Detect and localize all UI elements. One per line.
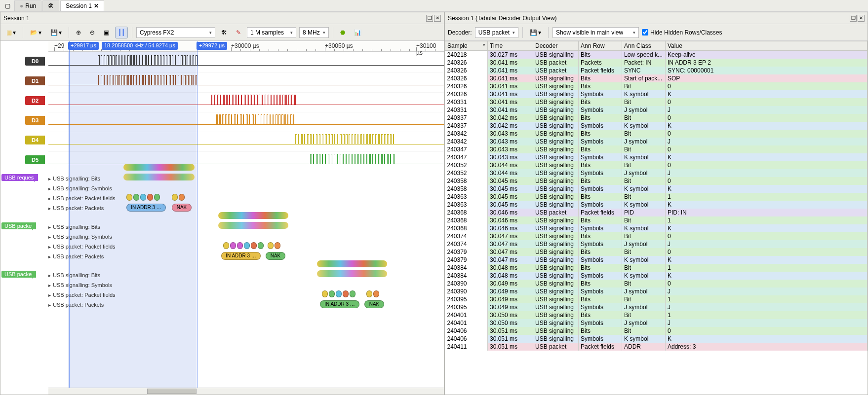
table-row[interactable]: 24037930.047 msUSB signallingBitsBit0 <box>445 248 868 256</box>
table-row[interactable]: 24038430.048 msUSB signallingSymbolsK sy… <box>445 272 868 280</box>
column-header[interactable]: Decoder <box>533 41 579 51</box>
column-header[interactable]: Time <box>488 41 533 51</box>
decoder-annotation-row[interactable]: USB signalling: Bits <box>48 174 100 183</box>
h-scrollbar[interactable] <box>48 388 444 395</box>
table-row[interactable]: 24039530.049 msUSB signallingBitsBit1 <box>445 295 868 303</box>
packet-pill[interactable]: IN ADDR 3 … <box>221 252 261 260</box>
table-row[interactable]: 24039530.049 msUSB signallingSymbolsJ sy… <box>445 303 868 311</box>
decoder-label[interactable]: USB packet <box>1 222 36 229</box>
decoder-annotation-row[interactable]: USB signalling: Bits <box>48 222 100 231</box>
tab-session[interactable]: Session 1 ✕ <box>60 0 104 11</box>
table-row[interactable]: 24033730.042 msUSB signallingBitsBit0 <box>445 114 868 122</box>
table-row[interactable]: 24036330.045 msUSB signallingSymbolsK sy… <box>445 201 868 209</box>
table-row[interactable]: 24021830.027 msUSB signallingBitsLow-spe… <box>445 51 868 59</box>
table-row[interactable]: 24032630.041 msUSB packetPacketsPacket: … <box>445 59 868 67</box>
packet-pill[interactable]: IN ADDR 3 … <box>320 300 359 308</box>
table-row[interactable]: 24040130.050 msUSB signallingBitsBit1 <box>445 311 868 319</box>
decoder-annotation-row[interactable]: USB packet: Packets <box>48 300 104 309</box>
restore-icon[interactable]: ❐ <box>426 15 433 22</box>
table-row[interactable]: 24032630.041 msUSB signallingSymbolsK sy… <box>445 90 868 98</box>
waveform-area[interactable]: +29+30000 µs+30050 µs+30100 µs+29917 µs+… <box>0 41 444 395</box>
table-row[interactable]: 24037930.047 msUSB signallingSymbolsK sy… <box>445 256 868 264</box>
packet-pill[interactable]: NAK <box>364 300 384 308</box>
packet-pill[interactable]: NAK <box>266 252 285 260</box>
probe-button[interactable]: ✎ <box>233 27 244 38</box>
column-header[interactable]: Value <box>666 41 868 51</box>
column-header[interactable]: Ann Class <box>622 41 666 51</box>
tab-tools[interactable]: 🛠 <box>42 0 59 11</box>
table-row[interactable]: 24040130.050 msUSB signallingSymbolsJ sy… <box>445 319 868 327</box>
samples-select[interactable]: 1 M samples ▾ <box>247 27 296 38</box>
table-row[interactable]: 24034230.043 msUSB signallingSymbolsJ sy… <box>445 138 868 145</box>
decoder-annotation-row[interactable]: USB packet: Packet fields <box>48 242 116 251</box>
channel-label-d3[interactable]: D3 <box>25 116 45 125</box>
table-row[interactable]: 24034730.043 msUSB signallingBitsBit0 <box>445 145 868 153</box>
decoder-annotation-row[interactable]: USB signalling: Symbols <box>48 281 112 289</box>
cursor-line[interactable] <box>197 41 198 388</box>
table-row[interactable]: 24034230.043 msUSB signallingBitsBit0 <box>445 130 868 138</box>
save-button[interactable]: 💾▾ <box>47 27 65 38</box>
open-button[interactable]: 📂▾ <box>27 27 44 38</box>
table-row[interactable]: 24038430.048 msUSB signallingBitsBit1 <box>445 264 868 272</box>
decoder-add-button[interactable]: ⬣ <box>337 27 348 38</box>
decoder-annotation-row[interactable]: USB packet: Packet fields <box>48 290 116 299</box>
zoom-in-button[interactable]: ⊕ <box>73 27 84 38</box>
time-ruler[interactable]: +29+30000 µs+30050 µs+30100 µs+29917 µs+… <box>48 41 444 52</box>
table-row[interactable]: 24033130.041 msUSB signallingSymbolsJ sy… <box>445 106 868 114</box>
table-row[interactable]: 24039030.049 msUSB signallingSymbolsJ sy… <box>445 287 868 295</box>
channel-lane[interactable] <box>48 72 444 90</box>
decoder-select[interactable]: USB packet ▾ <box>475 27 518 38</box>
cursor-flag[interactable]: +29972 µs <box>197 42 227 50</box>
table-row[interactable]: 24036830.046 msUSB packetPacket fieldsPI… <box>445 209 868 216</box>
table-row[interactable]: 24032630.041 msUSB signallingBitsStart o… <box>445 74 868 82</box>
new-view-button[interactable]: ▥▾ <box>3 27 19 38</box>
packet-pill[interactable]: IN ADDR 3 … <box>126 204 166 212</box>
table-row[interactable]: 24037430.047 msUSB signallingSymbolsJ sy… <box>445 240 868 248</box>
zoom-out-button[interactable]: ⊖ <box>87 27 98 38</box>
decoder-label[interactable]: USB packet <box>1 271 36 278</box>
table-row[interactable]: 24035830.045 msUSB signallingBitsBit0 <box>445 177 868 185</box>
zoom-fit-button[interactable]: ▣ <box>101 27 112 38</box>
table-row[interactable]: 24035230.044 msUSB signallingBitsBit0 <box>445 161 868 169</box>
decoder-annotation-row[interactable]: USB signalling: Symbols <box>48 184 112 193</box>
table-row[interactable]: 24036830.046 msUSB signallingSymbolsK sy… <box>445 224 868 232</box>
table-row[interactable]: 24040630.051 msUSB signallingSymbolsK sy… <box>445 335 868 343</box>
cursor-flag[interactable]: +29917 µs <box>68 42 99 50</box>
channel-lane[interactable] <box>48 92 444 110</box>
table-row[interactable]: 24033130.041 msUSB signallingBitsBit0 <box>445 98 868 106</box>
math-button[interactable]: 📊 <box>351 27 364 38</box>
decoder-annotation-row[interactable]: USB packet: Packets <box>48 252 104 261</box>
rate-select[interactable]: 8 MHz ▾ <box>299 27 329 38</box>
configure-button[interactable]: 🛠 <box>218 27 230 38</box>
channel-label-d0[interactable]: D0 <box>25 57 45 66</box>
channel-lane[interactable] <box>48 151 444 169</box>
close-pane-icon[interactable]: ✕ <box>858 15 865 22</box>
channel-label-d2[interactable]: D2 <box>25 96 45 105</box>
packet-pill[interactable]: NAK <box>172 204 192 212</box>
channel-lane[interactable] <box>48 132 444 149</box>
table-row[interactable]: 24040630.051 msUSB signallingBitsBit0 <box>445 327 868 335</box>
table-row[interactable]: 24039030.049 msUSB signallingBitsBit0 <box>445 280 868 287</box>
scrollbar-thumb[interactable] <box>147 389 197 394</box>
tab-run[interactable]: ● Run <box>14 0 41 11</box>
table-row[interactable]: 24034730.043 msUSB signallingSymbolsK sy… <box>445 153 868 161</box>
table-row[interactable]: 24032630.041 msUSB packetPacket fieldsSY… <box>445 67 868 74</box>
decoder-annotation-row[interactable]: USB signalling: Bits <box>48 271 100 280</box>
channel-lane[interactable] <box>48 112 444 130</box>
channel-label-d5[interactable]: D5 <box>25 155 45 164</box>
hide-rows-input[interactable] <box>642 29 648 36</box>
table-row[interactable]: 24041130.051 msUSB packetPacket fieldsAD… <box>445 343 868 351</box>
column-header[interactable]: Sample▾ <box>445 41 488 51</box>
close-icon[interactable]: ✕ <box>94 2 99 9</box>
export-button[interactable]: 💾▾ <box>527 27 544 38</box>
restore-icon[interactable]: ❐ <box>850 15 857 22</box>
decoder-annotation-row[interactable]: USB packet: Packets <box>48 204 104 213</box>
table-row[interactable]: 24036330.045 msUSB signallingBitsBit1 <box>445 193 868 201</box>
close-pane-icon[interactable]: ✕ <box>434 15 441 22</box>
table-row[interactable]: 24037430.047 msUSB signallingBitsBit0 <box>445 232 868 240</box>
decoder-annotation-row[interactable]: USB packet: Packet fields <box>48 194 116 203</box>
decoder-label[interactable]: USB request <box>1 174 38 181</box>
sort-icon[interactable]: ▾ <box>483 42 485 47</box>
view-mode-select[interactable]: Show visible in main view ▾ <box>552 27 639 38</box>
decoder-annotation-row[interactable]: USB signalling: Symbols <box>48 232 112 241</box>
